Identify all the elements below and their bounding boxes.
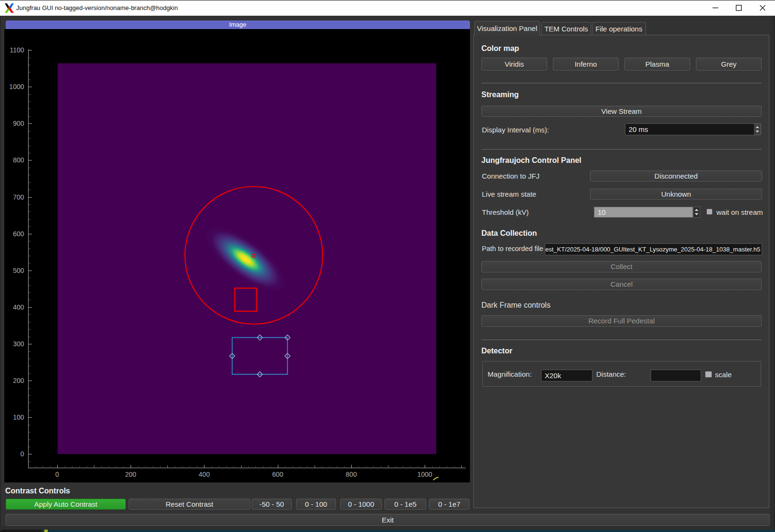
svg-text:600: 600 <box>272 471 284 478</box>
svg-text:1100: 1100 <box>10 46 24 54</box>
svg-text:800: 800 <box>13 156 24 164</box>
svg-text:600: 600 <box>13 230 24 238</box>
svg-text:100: 100 <box>13 413 24 421</box>
svg-text:300: 300 <box>13 340 24 348</box>
svg-text:0: 0 <box>55 471 59 478</box>
svg-text:800: 800 <box>346 471 357 478</box>
svg-text:700: 700 <box>13 193 24 201</box>
svg-text:200: 200 <box>13 377 24 384</box>
svg-text:1000: 1000 <box>9 83 24 90</box>
svg-text:200: 200 <box>125 471 137 478</box>
svg-text:0: 0 <box>20 450 24 458</box>
svg-text:900: 900 <box>13 120 24 127</box>
svg-text:400: 400 <box>199 471 210 478</box>
svg-text:500: 500 <box>13 267 24 274</box>
svg-text:1000: 1000 <box>418 471 432 478</box>
svg-text:400: 400 <box>13 303 24 311</box>
